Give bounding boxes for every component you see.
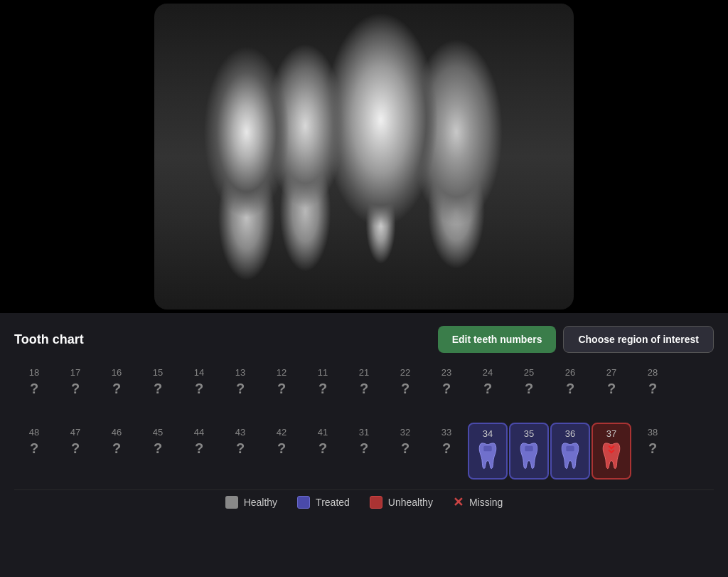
tooth-icon-24: ? (483, 381, 492, 397)
tooth-number-23: 23 (441, 367, 451, 378)
tooth-cell-44[interactable]: 44? (179, 423, 219, 480)
tooth-number-11: 11 (318, 367, 328, 378)
tooth-number-37: 37 (606, 428, 616, 439)
tooth-number-26: 26 (565, 367, 575, 378)
tooth-number-43: 43 (235, 427, 245, 438)
healthy-swatch (225, 496, 238, 509)
treated-label: Treated (316, 497, 350, 508)
legend-missing: ✕ Missing (453, 494, 503, 510)
xray-visual (154, 4, 574, 309)
tooth-cell-47[interactable]: 47? (55, 423, 95, 480)
legend-healthy: Healthy (225, 496, 277, 509)
tooth-icon-48: ? (30, 440, 38, 457)
tooth-icon-16: ? (112, 381, 121, 397)
tooth-number-31: 31 (359, 427, 369, 438)
tooth-cell-32[interactable]: 32? (385, 423, 425, 480)
tooth-icon-38: ? (648, 440, 657, 457)
unhealthy-swatch (370, 496, 382, 509)
tooth-icon-35 (519, 442, 539, 473)
tooth-number-44: 44 (194, 427, 204, 438)
tooth-cell-26[interactable]: 26? (550, 363, 590, 420)
tooth-number-25: 25 (524, 367, 534, 378)
unhealthy-label: Unhealthy (388, 497, 433, 508)
tooth-number-14: 14 (194, 367, 204, 378)
tooth-cell-27[interactable]: 27? (592, 363, 631, 420)
tooth-cell-13[interactable]: 13? (220, 363, 260, 420)
tooth-number-16: 16 (112, 367, 122, 378)
tooth-icon-41: ? (318, 440, 327, 457)
tooth-cell-14[interactable]: 14? (179, 363, 219, 420)
tooth-cell-38[interactable]: 38? (633, 423, 673, 480)
tooth-number-13: 13 (235, 367, 245, 378)
tooth-icon-22: ? (401, 381, 410, 397)
tooth-icon-27: ? (607, 381, 616, 397)
tooth-icon-28: ? (648, 381, 657, 397)
tooth-icon-45: ? (154, 440, 162, 457)
tooth-icon-44: ? (195, 440, 203, 457)
tooth-number-21: 21 (359, 367, 369, 378)
tooth-cell-31[interactable]: 31? (344, 423, 384, 480)
tooth-number-35: 35 (524, 428, 534, 439)
tooth-number-18: 18 (29, 367, 39, 378)
choose-region-button[interactable]: Choose region of interest (563, 326, 714, 353)
tooth-number-46: 46 (112, 427, 122, 438)
tooth-cell-34[interactable]: 34 (468, 423, 508, 480)
tooth-cell-22[interactable]: 22? (385, 363, 425, 420)
tooth-icon-36 (560, 442, 580, 473)
tooth-cell-48[interactable]: 48? (14, 423, 54, 480)
tooth-cell-43[interactable]: 43? (220, 423, 260, 480)
tooth-number-47: 47 (70, 427, 80, 438)
healthy-label: Healthy (244, 497, 277, 508)
top-tooth-row: 18?17?16?15?14?13?12?11?21?22?23?24?25?2… (14, 363, 714, 420)
legend-unhealthy: Unhealthy (370, 496, 433, 509)
tooth-cell-12[interactable]: 12? (262, 363, 301, 420)
edit-teeth-button[interactable]: Edit teeth numbers (438, 326, 557, 353)
tooth-cell-11[interactable]: 11? (303, 363, 343, 420)
tooth-number-42: 42 (277, 427, 287, 438)
svg-rect-0 (483, 446, 491, 452)
tooth-chart-title: Tooth chart (14, 332, 84, 347)
tooth-number-34: 34 (483, 428, 493, 439)
tooth-cell-23[interactable]: 23? (427, 363, 466, 420)
legend: Healthy Treated Unhealthy ✕ Missing (14, 489, 714, 510)
tooth-icon-43: ? (236, 440, 245, 457)
tooth-cell-17[interactable]: 17? (55, 363, 95, 420)
tooth-number-27: 27 (606, 367, 616, 378)
tooth-icon-14: ? (195, 381, 203, 397)
bottom-tooth-row: 48?47?46?45?44?43?42?41?31?32?33?34 35 3… (14, 423, 714, 480)
tooth-number-36: 36 (565, 428, 575, 439)
svg-rect-2 (566, 446, 574, 452)
tooth-number-24: 24 (483, 367, 493, 378)
tooth-icon-15: ? (154, 381, 162, 397)
header-buttons: Edit teeth numbers Choose region of inte… (438, 326, 714, 353)
tooth-icon-37 (601, 442, 621, 473)
tooth-cell-21[interactable]: 21? (344, 363, 384, 420)
tooth-icon-34 (478, 442, 498, 473)
tooth-cell-33[interactable]: 33? (427, 423, 466, 480)
tooth-icon-47: ? (71, 440, 80, 457)
tooth-cell-24[interactable]: 24? (468, 363, 508, 420)
tooth-cell-16[interactable]: 16? (97, 363, 136, 420)
tooth-icon-42: ? (277, 440, 286, 457)
tooth-number-48: 48 (29, 427, 39, 438)
treated-swatch (297, 496, 310, 509)
tooth-cell-18[interactable]: 18? (14, 363, 54, 420)
tooth-cell-42[interactable]: 42? (262, 423, 301, 480)
tooth-cell-15[interactable]: 15? (138, 363, 178, 420)
tooth-cell-36[interactable]: 36 (550, 423, 590, 480)
tooth-cell-41[interactable]: 41? (303, 423, 343, 480)
tooth-cell-28[interactable]: 28? (633, 363, 673, 420)
tooth-cell-35[interactable]: 35 (509, 423, 549, 480)
tooth-cell-45[interactable]: 45? (138, 423, 178, 480)
tooth-number-12: 12 (277, 367, 287, 378)
tooth-cell-46[interactable]: 46? (97, 423, 136, 480)
tooth-number-22: 22 (400, 367, 410, 378)
tooth-number-17: 17 (70, 367, 80, 378)
tooth-cell-25[interactable]: 25? (509, 363, 549, 420)
tooth-icon-12: ? (277, 381, 286, 397)
missing-icon: ✕ (453, 494, 464, 510)
tooth-cell-37[interactable]: 37 (592, 423, 631, 480)
tooth-icon-23: ? (442, 381, 451, 397)
missing-label: Missing (469, 497, 503, 508)
svg-rect-1 (525, 446, 532, 452)
